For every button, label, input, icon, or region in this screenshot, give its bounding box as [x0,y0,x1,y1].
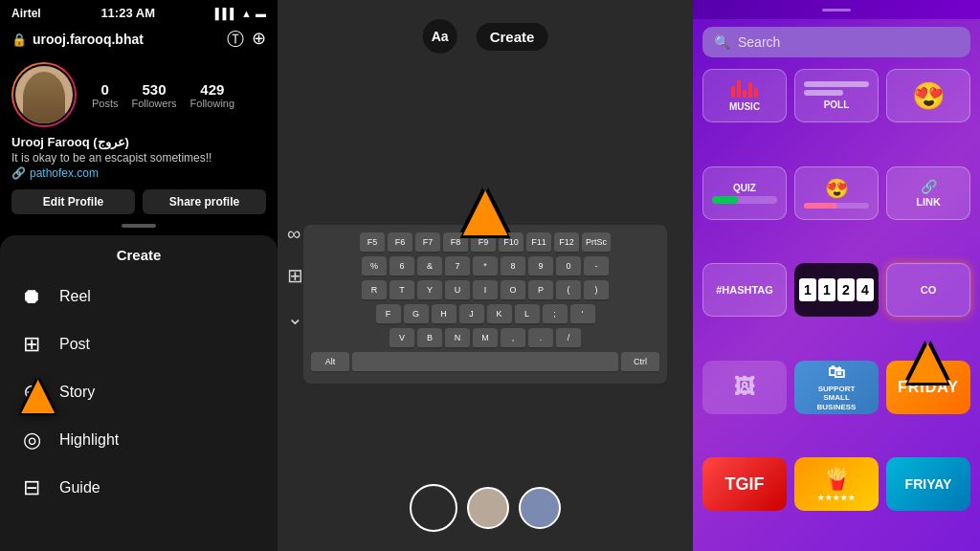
key-b: B [417,328,442,349]
sticker-emoji-love[interactable]: 😍 [886,69,970,122]
font-button[interactable]: Aa [423,19,457,54]
share-profile-button[interactable]: Share profile [143,189,266,214]
layout-icon[interactable]: ⊞ [287,264,303,287]
keyboard-view: F5 F6 F7 F8 F9 F10 F11 F12 PrtSc % 6 & 7… [278,0,693,551]
key-prtsc: PrtSc [582,232,611,253]
posts-label: Posts [92,98,119,109]
profile-bio: It is okay to be an escapist sometimes!! [0,150,278,165]
drag-handle-right [822,9,851,11]
key-t: T [390,280,414,301]
profile-info: 0 Posts 530 Followers 429 Following [0,56,278,133]
posts-count: 0 [92,81,119,98]
battery-icon: ▬ [256,8,266,19]
sticker-music[interactable]: MUSIC [702,69,787,122]
key-star: * [473,256,498,277]
key-p: P [528,280,553,301]
following-stat[interactable]: 429 Following [190,81,234,109]
key-g: G [404,304,429,325]
key-slash: / [556,328,581,349]
followers-stat[interactable]: 530 Followers [132,81,177,109]
stickers-grid: MUSIC POLL 😍 QUIZ 😍 🔗 L [693,65,980,551]
poll-bar-2 [804,90,843,96]
key-f5: F5 [360,232,385,253]
link-icon: 🔗 [11,166,26,180]
slider-emoji: 😍 [825,177,849,200]
tgif-label: TGIF [725,474,765,495]
music-label: MUSIC [729,101,760,112]
music-bar-3 [743,90,746,98]
poll-bar-1 [804,81,870,87]
key-amp: & [417,256,442,277]
poll-bars [804,81,870,96]
music-bar-4 [748,82,752,98]
sticker-search-bar[interactable]: 🔍 Search [702,27,970,57]
add-content-icon[interactable]: ⊕ [252,28,266,51]
sticker-poll[interactable]: POLL [794,69,879,122]
key-0: 0 [556,256,581,277]
threads-icon[interactable]: Ⓣ [227,28,244,51]
sticker-countdown[interactable]: 1 1 2 4 [794,263,879,317]
quiz-slider [712,196,778,204]
center-toolbar: Aa Create [423,19,548,54]
recent-photo-2[interactable] [519,487,561,529]
music-bar-2 [737,80,741,98]
fries-stars: ★★★★★ [817,494,856,502]
recent-photo-1[interactable] [467,487,509,529]
avatar [13,64,75,125]
key-dot: . [528,328,553,349]
key-h: H [432,304,457,325]
post-icon: ⊞ [19,332,44,357]
key-f7: F7 [415,232,440,253]
digit-1: 1 [799,278,816,301]
sticker-link[interactable]: 🔗 LINK [886,166,970,220]
key-f12: F12 [554,232,579,253]
highlight-label: Highlight [59,431,119,449]
key-n: N [445,328,470,349]
key-row-qwerty: R T Y U I O P ( ) [311,280,659,301]
bag-icon: 🛍 [828,363,845,383]
action-buttons: Edit Profile Share profile [0,184,278,220]
arrow-left-indicator: ▲ [10,361,66,427]
search-icon: 🔍 [714,34,730,50]
menu-item-reel[interactable]: ⏺ Reel [0,273,278,320]
followers-label: Followers [132,98,177,109]
menu-item-guide[interactable]: ⊟ Guide [0,464,278,512]
key-brace-open: ( [556,280,581,301]
key-f: F [376,304,401,325]
profile-link[interactable]: 🔗 pathofex.com [0,165,278,184]
key-comma: , [501,328,525,349]
key-row-bottom: V B N M , . / [311,328,659,349]
side-icons: ∞ ⊞ ⌄ [287,223,303,329]
sticker-photo[interactable]: 🖼 [702,361,787,414]
fries-emoji: 🍟 [824,467,850,492]
music-bar-5 [754,88,758,98]
sticker-friyay[interactable]: FRIYAY [886,457,970,511]
edit-profile-button[interactable]: Edit Profile [11,189,135,214]
sticker-tgif[interactable]: TGIF [702,457,787,511]
key-f11: F11 [526,232,551,253]
key-l: L [515,304,540,325]
chevron-down-icon[interactable]: ⌄ [287,306,303,329]
stats-container: 0 Posts 530 Followers 429 Following [92,81,266,109]
digit-4: 4 [857,278,874,301]
sticker-fries[interactable]: 🍟 ★★★★★ [794,457,879,511]
key-brace-close: ) [584,280,609,301]
key-v: V [390,328,414,349]
sticker-support-small-business[interactable]: 🛍 SUPPORTSMALLBUSINESS [794,361,879,414]
sticker-hashtag[interactable]: #HASHTAG [702,263,787,317]
posts-stat: 0 Posts [92,81,119,109]
key-percent: % [362,256,387,277]
signal-icon: ▌▌▌ [215,8,237,19]
highlight-icon: ◎ [19,428,44,452]
capture-button[interactable] [410,484,457,532]
key-8: 8 [501,256,525,277]
guide-icon: ⊟ [19,475,44,500]
sticker-quiz[interactable]: QUIZ [702,166,787,220]
sticker-count-box[interactable]: CO [886,263,970,317]
right-top-bar [693,0,980,19]
sticker-emoji-slider[interactable]: 😍 [794,166,879,220]
lock-icon: 🔒 [11,33,27,47]
key-y: Y [417,280,442,301]
link-text: pathofex.com [30,166,99,180]
arrow-right-indicator: ▲ [895,321,961,398]
